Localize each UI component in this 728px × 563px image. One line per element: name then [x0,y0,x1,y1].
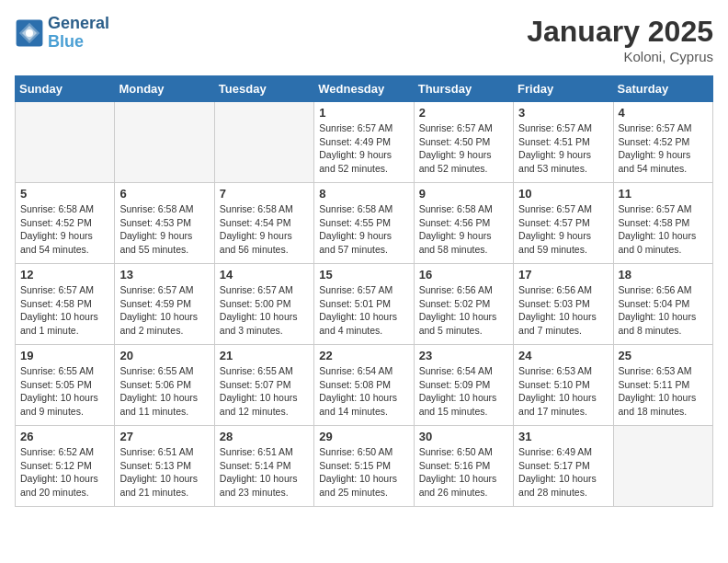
day-number: 5 [20,187,109,201]
day-number: 30 [419,430,508,443]
day-number: 20 [119,349,209,362]
day-info: Sunrise: 6:56 AM Sunset: 5:02 PM Dayligh… [419,283,508,338]
day-cell: 13Sunrise: 6:57 AM Sunset: 4:59 PM Dayli… [115,264,214,345]
day-number: 29 [319,430,408,443]
day-info: Sunrise: 6:53 AM Sunset: 5:11 PM Dayligh… [619,364,708,419]
week-row-3: 19Sunrise: 6:55 AM Sunset: 5:05 PM Dayli… [16,345,713,426]
day-cell: 6Sunrise: 6:58 AM Sunset: 4:53 PM Daylig… [115,183,214,264]
day-number: 7 [220,187,309,201]
day-cell: 26Sunrise: 6:52 AM Sunset: 5:12 PM Dayli… [16,426,115,507]
day-cell: 31Sunrise: 6:49 AM Sunset: 5:17 PM Dayli… [514,426,613,507]
day-info: Sunrise: 6:51 AM Sunset: 5:13 PM Dayligh… [119,445,209,500]
day-cell: 17Sunrise: 6:56 AM Sunset: 5:03 PM Dayli… [514,264,613,345]
day-info: Sunrise: 6:56 AM Sunset: 5:03 PM Dayligh… [518,283,608,338]
day-cell [214,102,313,183]
day-info: Sunrise: 6:55 AM Sunset: 5:07 PM Dayligh… [220,364,309,419]
day-number: 11 [619,187,708,201]
calendar-table: SundayMondayTuesdayWednesdayThursdayFrid… [15,75,713,507]
week-row-0: 1Sunrise: 6:57 AM Sunset: 4:49 PM Daylig… [16,102,713,183]
day-info: Sunrise: 6:57 AM Sunset: 4:49 PM Dayligh… [319,121,408,176]
logo-blue: Blue [48,33,109,52]
day-number: 9 [419,187,508,201]
day-cell: 5Sunrise: 6:58 AM Sunset: 4:52 PM Daylig… [16,183,115,264]
day-number: 28 [220,430,309,443]
day-header-tuesday: Tuesday [214,76,313,102]
day-cell [16,102,115,183]
day-info: Sunrise: 6:49 AM Sunset: 5:17 PM Dayligh… [518,445,608,500]
day-number: 17 [518,268,608,282]
day-header-wednesday: Wednesday [314,76,414,102]
day-cell: 12Sunrise: 6:57 AM Sunset: 4:58 PM Dayli… [16,264,115,345]
day-info: Sunrise: 6:57 AM Sunset: 5:00 PM Dayligh… [220,283,309,338]
svg-point-3 [26,29,33,37]
title-block: January 2025 Koloni, Cyprus [527,15,713,64]
day-number: 22 [319,349,408,362]
day-info: Sunrise: 6:57 AM Sunset: 4:50 PM Dayligh… [419,121,508,176]
day-number: 14 [220,268,309,282]
day-number: 27 [119,430,209,443]
day-number: 31 [518,430,608,443]
day-cell: 15Sunrise: 6:57 AM Sunset: 5:01 PM Dayli… [314,264,414,345]
day-info: Sunrise: 6:58 AM Sunset: 4:52 PM Dayligh… [20,202,109,257]
day-number: 6 [119,187,209,201]
day-number: 25 [619,349,708,362]
day-cell: 27Sunrise: 6:51 AM Sunset: 5:13 PM Dayli… [115,426,214,507]
day-info: Sunrise: 6:54 AM Sunset: 5:09 PM Dayligh… [419,364,508,419]
day-cell: 23Sunrise: 6:54 AM Sunset: 5:09 PM Dayli… [414,345,513,426]
logo-general: General [48,15,109,33]
day-number: 21 [220,349,309,362]
header-row: SundayMondayTuesdayWednesdayThursdayFrid… [16,76,713,102]
day-info: Sunrise: 6:58 AM Sunset: 4:54 PM Dayligh… [220,202,309,257]
day-cell: 8Sunrise: 6:58 AM Sunset: 4:55 PM Daylig… [314,183,414,264]
day-cell: 21Sunrise: 6:55 AM Sunset: 5:07 PM Dayli… [214,345,313,426]
day-cell: 2Sunrise: 6:57 AM Sunset: 4:50 PM Daylig… [414,102,513,183]
day-cell: 1Sunrise: 6:57 AM Sunset: 4:49 PM Daylig… [314,102,414,183]
day-number: 24 [518,349,608,362]
day-cell: 22Sunrise: 6:54 AM Sunset: 5:08 PM Dayli… [314,345,414,426]
day-cell: 18Sunrise: 6:56 AM Sunset: 5:04 PM Dayli… [613,264,712,345]
day-number: 23 [419,349,508,362]
day-number: 13 [119,268,209,282]
location: Koloni, Cyprus [527,49,713,64]
page-header: General Blue January 2025 Koloni, Cyprus [15,15,713,64]
day-cell: 4Sunrise: 6:57 AM Sunset: 4:52 PM Daylig… [613,102,712,183]
day-number: 12 [20,268,109,282]
day-header-thursday: Thursday [414,76,513,102]
day-info: Sunrise: 6:57 AM Sunset: 4:59 PM Dayligh… [119,283,209,338]
day-cell: 10Sunrise: 6:57 AM Sunset: 4:57 PM Dayli… [514,183,613,264]
day-number: 10 [518,187,608,201]
day-number: 26 [20,430,109,443]
day-info: Sunrise: 6:57 AM Sunset: 4:51 PM Dayligh… [518,121,608,176]
day-cell: 19Sunrise: 6:55 AM Sunset: 5:05 PM Dayli… [16,345,115,426]
day-cell [115,102,214,183]
day-info: Sunrise: 6:51 AM Sunset: 5:14 PM Dayligh… [220,445,309,500]
day-cell: 7Sunrise: 6:58 AM Sunset: 4:54 PM Daylig… [214,183,313,264]
day-number: 4 [619,106,708,120]
day-header-friday: Friday [514,76,613,102]
day-info: Sunrise: 6:57 AM Sunset: 5:01 PM Dayligh… [319,283,408,338]
day-cell: 11Sunrise: 6:57 AM Sunset: 4:58 PM Dayli… [613,183,712,264]
day-info: Sunrise: 6:50 AM Sunset: 5:15 PM Dayligh… [319,445,408,500]
day-header-saturday: Saturday [613,76,712,102]
day-info: Sunrise: 6:53 AM Sunset: 5:10 PM Dayligh… [518,364,608,419]
day-number: 18 [619,268,708,282]
day-cell: 29Sunrise: 6:50 AM Sunset: 5:15 PM Dayli… [314,426,414,507]
day-number: 2 [419,106,508,120]
day-number: 19 [20,349,109,362]
day-info: Sunrise: 6:57 AM Sunset: 4:57 PM Dayligh… [518,202,608,257]
day-info: Sunrise: 6:57 AM Sunset: 4:52 PM Dayligh… [619,121,708,176]
day-cell: 25Sunrise: 6:53 AM Sunset: 5:11 PM Dayli… [613,345,712,426]
day-cell: 14Sunrise: 6:57 AM Sunset: 5:00 PM Dayli… [214,264,313,345]
week-row-4: 26Sunrise: 6:52 AM Sunset: 5:12 PM Dayli… [16,426,713,507]
week-row-1: 5Sunrise: 6:58 AM Sunset: 4:52 PM Daylig… [16,183,713,264]
day-number: 3 [518,106,608,120]
day-cell: 16Sunrise: 6:56 AM Sunset: 5:02 PM Dayli… [414,264,513,345]
day-number: 1 [319,106,408,120]
month-title: January 2025 [527,15,713,49]
day-cell: 24Sunrise: 6:53 AM Sunset: 5:10 PM Dayli… [514,345,613,426]
day-cell [613,426,712,507]
day-info: Sunrise: 6:58 AM Sunset: 4:53 PM Dayligh… [119,202,209,257]
week-row-2: 12Sunrise: 6:57 AM Sunset: 4:58 PM Dayli… [16,264,713,345]
logo-icon [15,18,44,48]
day-cell: 30Sunrise: 6:50 AM Sunset: 5:16 PM Dayli… [414,426,513,507]
